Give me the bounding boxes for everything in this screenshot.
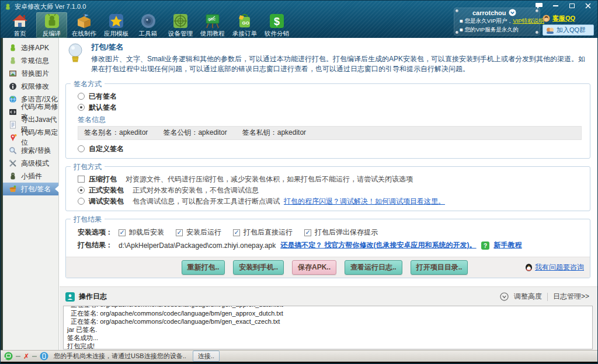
globe-icon xyxy=(9,95,17,103)
join-qq-group-button[interactable]: 加入QQ群 xyxy=(543,24,594,36)
distribution-icon: $ xyxy=(269,13,285,29)
app-window: 安卓修改大师 Ver 7.1.0.0 首页 xyxy=(0,0,598,364)
toolbar-item-device-manager[interactable]: 设备管理 xyxy=(165,12,196,38)
toolbox-icon xyxy=(140,13,157,29)
toolbar-item-toolbox[interactable]: 工具箱 xyxy=(133,12,164,38)
advanced-tools-icon xyxy=(9,159,17,167)
username: carrotchou xyxy=(472,9,506,16)
android-green-icon xyxy=(9,44,17,52)
app-header: 安卓修改大师 Ver 7.1.0.0 首页 xyxy=(1,1,597,38)
toolbar-item-label: 反编译 xyxy=(43,29,61,37)
maximize-icon[interactable] xyxy=(568,3,575,9)
page-title: 打包/签名 xyxy=(91,42,592,52)
sidebar-item-plugins[interactable]: 小插件 xyxy=(3,170,58,183)
toolbar-item-label: 应用模板 xyxy=(104,29,128,37)
device-manager-icon xyxy=(172,13,189,29)
log-manage-link[interactable]: 日志管理>> xyxy=(553,292,589,302)
home-icon xyxy=(12,13,28,29)
sidebar-item-select-apk[interactable]: 选择APK xyxy=(3,41,58,54)
sidebar-item-permissions[interactable]: 权限修改 xyxy=(3,80,58,93)
sidebar-item-label: 替换图片 xyxy=(21,69,49,79)
status-bar: ✗ 您的手机尚未连接，请通过USB连接您的设备.. 连接.. xyxy=(1,350,597,362)
run-after-package-checkbox[interactable] xyxy=(233,229,240,236)
help-icon[interactable]: ? xyxy=(481,242,489,250)
tutorial-link[interactable]: 新手教程 xyxy=(494,240,522,250)
toolbar-item-label: 软件分销 xyxy=(265,29,289,37)
log-panel: 操作日志 调整高度 日志管理>> 正在签名: org/apache/common… xyxy=(60,286,597,351)
sidebar: 选择APK 常规信息 替换图片 权限修改 xyxy=(1,38,59,350)
sidebar-item-general-info[interactable]: 常规信息 xyxy=(3,54,58,67)
svg-text:GO: GO xyxy=(242,20,249,26)
package-basket-icon xyxy=(9,185,17,193)
compress-desc: 对资源文件、代码进行压缩打包，减少安装包体积，如果打包后不能运行，请尝试关闭该选… xyxy=(126,174,413,184)
adjust-height-label[interactable]: 调整高度 xyxy=(514,292,542,302)
svg-text:$: $ xyxy=(274,16,280,27)
toolbar-item-home[interactable]: 首页 xyxy=(4,12,35,38)
default-sign-label: 默认签名 xyxy=(89,103,117,113)
chevron-down-icon[interactable] xyxy=(509,9,516,16)
minimize-icon[interactable] xyxy=(552,3,559,9)
log-line: jar 已签名. xyxy=(67,326,589,334)
save-apk-button[interactable]: 保存APK.. xyxy=(292,260,336,275)
toolbar-item-label: 使用教程 xyxy=(200,29,225,37)
vip-privilege-link[interactable]: VIP特权说明 xyxy=(513,18,544,24)
adjust-height-icon[interactable] xyxy=(500,292,509,301)
plugin-android-icon xyxy=(9,172,17,180)
avatar-icon xyxy=(543,15,550,22)
install-option: 卸载后安装 xyxy=(119,228,164,237)
release-desc: 正式对外发布的安装包，不包含调试信息 xyxy=(133,186,259,195)
result-label: 打包结果： xyxy=(78,240,114,250)
toolbar-item-label: 在线制作 xyxy=(72,29,96,37)
sign-info-label: 签名信息 xyxy=(78,115,583,125)
compress-checkbox[interactable] xyxy=(78,176,85,183)
info-circle-icon xyxy=(9,82,17,90)
sidebar-item-replace-images[interactable]: 替换图片 xyxy=(3,67,58,80)
vip-user-panel: carrotchou ■ 您是永久VIP用户，VIP特权说明 ■ 您的VIP服务… xyxy=(454,8,540,36)
debug-help-link[interactable]: 打包的程序闪退？调试解决！如何调试项目看这里。 xyxy=(284,197,445,206)
view-run-log-button[interactable]: 查看运行日志.. xyxy=(345,260,402,275)
toolbar-item-online-make[interactable]: 在线制作 xyxy=(68,12,99,38)
window-bottom-edge xyxy=(1,362,597,363)
active-arrow xyxy=(55,186,59,192)
existing-sign-radio[interactable] xyxy=(78,93,85,100)
orders-icon: GO xyxy=(237,13,253,29)
uninstall-first-checkbox[interactable] xyxy=(119,229,126,236)
toolbar-item-distribution[interactable]: $ 软件分销 xyxy=(261,12,292,38)
toolbar-item-orders[interactable]: GO 承接订单 xyxy=(229,12,260,38)
sidebar-item-label: 常规信息 xyxy=(21,56,49,66)
locate-pin-icon xyxy=(9,134,17,142)
qq-penguin-icon xyxy=(525,263,533,271)
repackage-button[interactable]: 重新打包.. xyxy=(182,260,225,275)
release-radio[interactable] xyxy=(78,187,85,194)
toolbar-item-tutorial[interactable]: abc 使用教程 xyxy=(197,12,228,38)
debug-radio[interactable] xyxy=(78,198,85,205)
consult-area: 我有问题要咨询 xyxy=(525,262,584,272)
log-line: 正在签名: org/apache/commons/codec/language/… xyxy=(67,317,589,326)
log-header: 操作日志 调整高度 日志管理>> xyxy=(60,287,597,304)
sidebar-item-label: 搜索/替换 xyxy=(21,146,51,156)
run-after-install-checkbox[interactable] xyxy=(176,229,183,236)
save-prompt-checkbox[interactable] xyxy=(304,229,311,236)
main-toolbar: 首页 反编译 在线制作 xyxy=(4,12,292,38)
consult-link[interactable]: 我有问题要咨询 xyxy=(535,262,584,272)
sign-info-bar: 签名别名：apkeditor 签名公钥：apkeditor 签名私钥：apked… xyxy=(78,126,582,140)
sign-alias: 签名别名：apkeditor xyxy=(84,128,148,138)
toolbar-item-app-template[interactable]: 应用模板 xyxy=(100,12,131,38)
sidebar-item-advanced-mode[interactable]: 高级模式 xyxy=(3,157,58,170)
install-to-phone-button[interactable]: 安装到手机.. xyxy=(233,260,284,275)
sidebar-item-search-replace[interactable]: 搜索/替换 xyxy=(3,144,58,157)
default-sign-radio[interactable] xyxy=(78,104,85,111)
log-output[interactable]: 正在签名: org/apache/commons/codec/language/… xyxy=(63,306,593,349)
close-icon[interactable] xyxy=(585,3,592,9)
connect-button[interactable]: 连接.. xyxy=(193,351,220,362)
sidebar-item-code-layout-locate[interactable]: 代码/布局定位 xyxy=(3,131,58,144)
release-label: 正式安装包 xyxy=(89,186,124,195)
custom-sign-radio[interactable] xyxy=(78,145,85,152)
open-project-dir-button[interactable]: 打开项目目录.. xyxy=(411,260,468,275)
group-avatars-icon xyxy=(546,27,554,34)
sidebar-item-package-sign[interactable]: 打包/签名 xyxy=(3,183,58,195)
compress-label: 压缩打包 xyxy=(89,174,117,184)
toolbar-item-decompile[interactable]: 反编译 xyxy=(36,12,67,38)
service-qq-link[interactable]: 客服QQ xyxy=(552,14,575,23)
official-help-link[interactable]: 还是搞不定？ 找官方帮你修改(也承接安卓应用和系统的开发)。 xyxy=(280,240,476,250)
